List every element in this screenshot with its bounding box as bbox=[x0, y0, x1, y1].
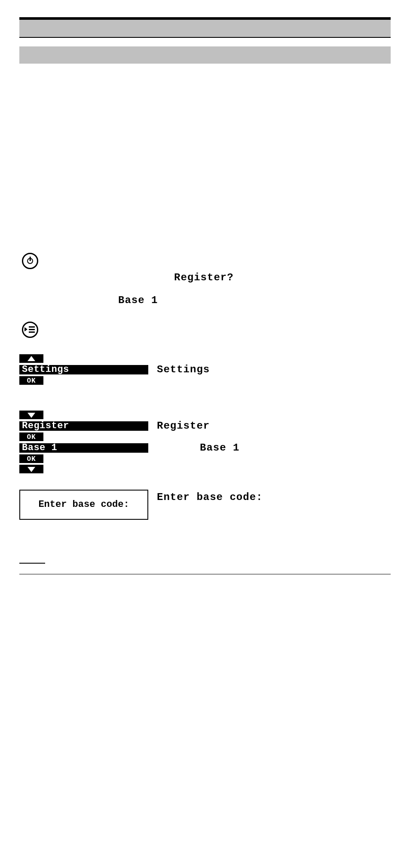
ok-button-1[interactable]: OK bbox=[19, 376, 43, 385]
down-button-2[interactable] bbox=[19, 465, 43, 473]
register-label: Register bbox=[157, 420, 210, 432]
lcd-register: Register bbox=[19, 421, 148, 431]
settings-label: Settings bbox=[157, 364, 210, 375]
lcd-base1: Base 1 bbox=[19, 443, 148, 453]
ok-button-2[interactable]: OK bbox=[19, 432, 43, 441]
power-icon bbox=[22, 253, 38, 269]
register-prompt-text: Register? bbox=[174, 272, 234, 283]
menu-icon bbox=[22, 322, 38, 338]
base1-text-row: Base 1 bbox=[19, 294, 391, 306]
page-content: Register? Base 1 Sett bbox=[0, 0, 410, 592]
enter-base-code-label: Enter base code: bbox=[157, 491, 263, 503]
gray-bar-1 bbox=[19, 20, 391, 37]
lcd-enter-base-code: Enter base code: bbox=[19, 490, 148, 520]
base1-label: Base 1 bbox=[200, 442, 239, 454]
step-menu-row bbox=[19, 322, 391, 338]
gray-bar-2 bbox=[19, 46, 391, 64]
step-power-row bbox=[19, 253, 391, 269]
register-prompt-row: Register? bbox=[19, 272, 391, 283]
up-button[interactable] bbox=[19, 354, 43, 363]
bottom-rule bbox=[19, 574, 391, 574]
down-button-1[interactable] bbox=[19, 411, 43, 419]
short-rule bbox=[19, 563, 45, 564]
base1-text: Base 1 bbox=[118, 294, 158, 306]
lcd-settings: Settings bbox=[19, 365, 148, 374]
ok-button-3[interactable]: OK bbox=[19, 454, 43, 463]
